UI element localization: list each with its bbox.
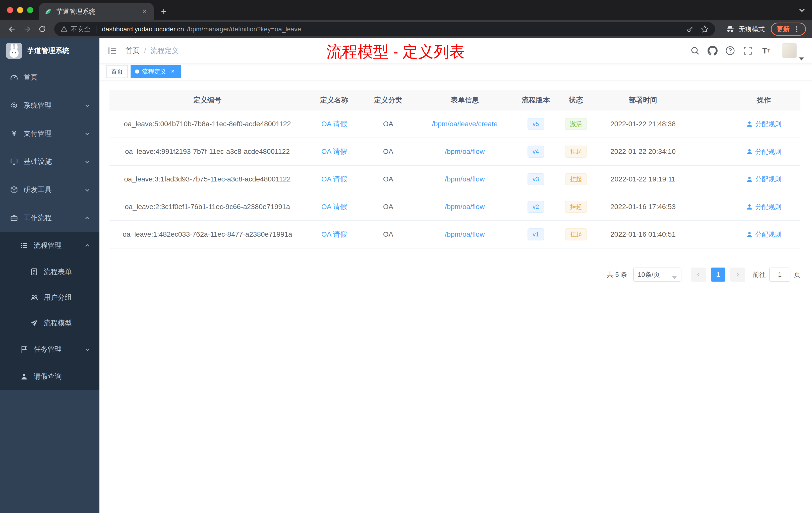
person-icon bbox=[746, 148, 753, 155]
column-header-category: 定义分类 bbox=[363, 90, 413, 110]
version-badge: v3 bbox=[527, 173, 544, 185]
cell-definition-name: OA 请假 bbox=[305, 138, 363, 165]
fullscreen-icon[interactable] bbox=[743, 46, 753, 56]
column-header-op: 操作 bbox=[727, 90, 801, 110]
assign-rule-label: 分配规则 bbox=[755, 175, 781, 184]
definition-name-link[interactable]: OA 请假 bbox=[321, 230, 347, 239]
page-size-value: 10条/页 bbox=[638, 270, 660, 279]
active-tag-dot bbox=[135, 69, 139, 73]
form-link[interactable]: /bpm/oa/flow bbox=[445, 203, 485, 211]
zoom-window-button[interactable] bbox=[27, 7, 33, 13]
tab-close-icon[interactable]: × bbox=[141, 7, 149, 16]
row-spacer bbox=[690, 165, 727, 193]
chevron-down-icon bbox=[84, 346, 90, 352]
table-row: oa_leave:5:004b710b-7b8a-11ec-8ef0-acde4… bbox=[110, 111, 801, 138]
version-badge: v4 bbox=[527, 146, 544, 158]
definition-name-link[interactable]: OA 请假 bbox=[321, 202, 347, 212]
person-icon bbox=[746, 204, 753, 210]
browser-tab[interactable]: 芋道管理系统 × bbox=[39, 3, 154, 20]
devtools-icon bbox=[10, 186, 18, 194]
bookmark-star-icon[interactable] bbox=[700, 25, 709, 33]
tag-process-definition[interactable]: 流程定义× bbox=[130, 65, 181, 78]
row-spacer bbox=[690, 221, 727, 248]
assign-rule-button[interactable]: 分配规则 bbox=[746, 230, 781, 239]
sidebar-item-dev-tools[interactable]: 研发工具 bbox=[0, 176, 99, 204]
sidebar-item-leave-query[interactable]: 请假查询 bbox=[0, 363, 99, 390]
back-button[interactable] bbox=[5, 22, 19, 36]
tags-view: 首页流程定义× bbox=[99, 63, 812, 80]
form-link[interactable]: /bpm/oa/flow bbox=[445, 175, 485, 183]
sidebar-item-payment-mgmt[interactable]: ¥支付管理 bbox=[0, 119, 99, 148]
sidebar-item-label: 首页 bbox=[24, 72, 95, 82]
sidebar-item-task-mgmt[interactable]: 任务管理 bbox=[0, 336, 99, 363]
key-icon[interactable] bbox=[686, 25, 695, 33]
sidebar-item-user-group[interactable]: 用户分组 bbox=[0, 284, 99, 310]
close-window-button[interactable] bbox=[7, 7, 13, 13]
definition-name-link[interactable]: OA 请假 bbox=[321, 119, 347, 129]
cell-category: OA bbox=[363, 193, 413, 220]
tag-home[interactable]: 首页 bbox=[107, 65, 127, 78]
assign-rule-label: 分配规则 bbox=[755, 203, 781, 211]
forward-button[interactable] bbox=[20, 22, 34, 36]
version-badge: v5 bbox=[527, 118, 544, 130]
cell-deploy-time: 2022-01-22 20:34:10 bbox=[597, 138, 690, 165]
help-icon[interactable] bbox=[725, 46, 735, 56]
assign-rule-button[interactable]: 分配规则 bbox=[746, 147, 781, 156]
assign-rule-button[interactable]: 分配规则 bbox=[746, 120, 781, 128]
reload-button[interactable] bbox=[35, 22, 49, 36]
menu-kebab-icon[interactable] bbox=[793, 26, 800, 33]
cell-version: v3 bbox=[516, 165, 555, 193]
sidebar-item-home[interactable]: 首页 bbox=[0, 63, 99, 91]
minimize-window-button[interactable] bbox=[17, 7, 23, 13]
prev-page-button[interactable] bbox=[691, 268, 706, 281]
search-icon[interactable] bbox=[690, 46, 700, 56]
cell-category: OA bbox=[363, 138, 413, 165]
sidebar-item-system-mgmt[interactable]: 系统管理 bbox=[0, 91, 99, 119]
goto-suffix: 页 bbox=[794, 270, 801, 279]
form-link[interactable]: /bpm/oa/leave/create bbox=[432, 120, 498, 128]
address-bar[interactable]: 不安全 dashboard.yudao.iocoder.cn/bpm/manag… bbox=[54, 22, 715, 36]
status-badge: 挂起 bbox=[565, 201, 587, 213]
person-icon bbox=[746, 121, 753, 127]
table-row: oa_leave:3:1fad3d93-7b75-11ec-a3c8-acde4… bbox=[110, 165, 801, 193]
cell-definition-name: OA 请假 bbox=[305, 221, 363, 248]
user-avatar[interactable] bbox=[782, 43, 804, 58]
column-header-id: 定义编号 bbox=[110, 90, 305, 110]
goto-page-input[interactable] bbox=[769, 268, 790, 281]
github-icon[interactable] bbox=[707, 46, 718, 56]
assign-rule-button[interactable]: 分配规则 bbox=[746, 203, 781, 211]
cell-status: 挂起 bbox=[555, 193, 597, 220]
sidebar-item-workflow[interactable]: 工作流程 bbox=[0, 204, 99, 232]
tab-title: 芋道管理系统 bbox=[56, 7, 137, 16]
page-size-select[interactable]: 10条/页 bbox=[633, 268, 682, 281]
table-row: oa_leave:4:991f2193-7b7f-11ec-a3c8-acde4… bbox=[110, 138, 801, 165]
font-size-icon[interactable]: TT bbox=[760, 46, 772, 56]
browser-window: 芋道管理系统 × + 不安全 dashboard.yudao.iocoder.c… bbox=[0, 0, 812, 513]
column-header-status: 状态 bbox=[555, 90, 597, 110]
cell-operation: 分配规则 bbox=[727, 193, 801, 220]
row-spacer bbox=[690, 138, 727, 165]
page-number-1[interactable]: 1 bbox=[711, 268, 725, 281]
hamburger-icon[interactable] bbox=[108, 46, 117, 56]
assign-rule-label: 分配规则 bbox=[755, 147, 781, 156]
assign-rule-button[interactable]: 分配规则 bbox=[746, 175, 781, 184]
sidebar-item-process-model[interactable]: 流程模型 bbox=[0, 310, 99, 336]
sidebar-item-infrastructure[interactable]: 基础设施 bbox=[0, 148, 99, 176]
breadcrumb-home[interactable]: 首页 bbox=[125, 46, 140, 56]
cell-category: OA bbox=[363, 111, 413, 138]
url-path: /bpm/manager/definition?key=oa_leave bbox=[187, 25, 301, 33]
sidebar-item-process-mgmt[interactable]: 流程管理 bbox=[0, 232, 99, 259]
tab-search-chevron-icon[interactable] bbox=[798, 6, 806, 14]
sidebar-item-process-form[interactable]: 流程表单 bbox=[0, 259, 99, 284]
form-link[interactable]: /bpm/oa/flow bbox=[445, 148, 485, 156]
navbar-actions: TT bbox=[690, 43, 804, 58]
update-button[interactable]: 更新 bbox=[771, 23, 806, 36]
status-badge: 挂起 bbox=[565, 229, 587, 240]
tag-close-icon[interactable]: × bbox=[169, 68, 176, 75]
definition-name-link[interactable]: OA 请假 bbox=[321, 175, 347, 184]
send-icon bbox=[30, 319, 38, 327]
form-link[interactable]: /bpm/oa/flow bbox=[445, 231, 485, 238]
next-page-button[interactable] bbox=[730, 268, 745, 281]
new-tab-button[interactable]: + bbox=[157, 4, 171, 19]
definition-name-link[interactable]: OA 请假 bbox=[321, 147, 347, 156]
